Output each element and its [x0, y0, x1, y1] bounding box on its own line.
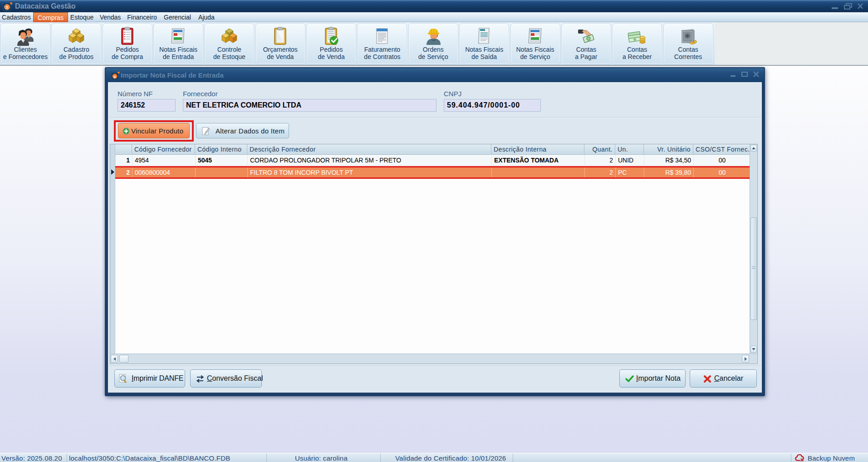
svg-text:S: S — [5, 5, 8, 10]
svg-text:S: S — [113, 75, 116, 79]
